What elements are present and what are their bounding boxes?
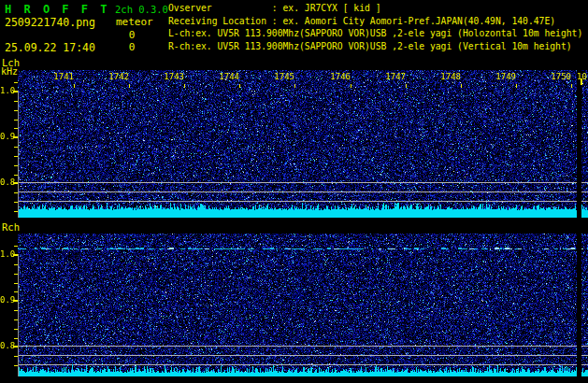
app-version: 2ch 0.3.0 — [115, 4, 168, 15]
location-line: Receiving Location : ex. Aomori City Aom… — [168, 15, 582, 28]
freq-tick-label: 1.0 — [0, 249, 13, 259]
station-info: Ovserver : ex. JR7CYX [ kid ] Receiving … — [168, 2, 582, 53]
rch-panel-label: Rch — [2, 221, 20, 233]
output-filename: 2509221740.png — [5, 16, 95, 29]
date-time: 25.09.22 17:40 — [5, 41, 95, 54]
lch-config-line: L-ch:ex. UV5R 113.900Mhz(SAPPORO VOR)USB… — [168, 27, 582, 40]
meteor-counter-top: 0 — [125, 29, 138, 41]
lch-spectrogram — [18, 70, 588, 218]
observer-line: Ovserver : ex. JR7CYX [ kid ] — [168, 2, 582, 15]
app-title: H R O F F T — [5, 3, 109, 16]
rch-spectrogram — [18, 234, 588, 376]
meteor-counter-bottom: 0 — [125, 41, 138, 53]
freq-tick-label: 1.0 — [0, 86, 13, 95]
freq-tick-label: 0.9 — [0, 295, 13, 305]
freq-tick-label: 0.8 — [0, 341, 13, 350]
mode-label: meteor — [116, 16, 153, 28]
freq-tick-label: 0.9 — [0, 132, 13, 141]
hrofft-window: H R O F F T 2ch 0.3.0 2509221740.png 25.… — [0, 0, 588, 383]
freq-unit-label: kHz — [1, 66, 18, 77]
rch-config-line: R-ch:ex. UV5R 113.900Mhz(SAPPORO VOR)USB… — [168, 40, 582, 53]
freq-tick-label: 0.8 — [0, 177, 13, 187]
time-label-partial: 10 — [577, 72, 587, 81]
